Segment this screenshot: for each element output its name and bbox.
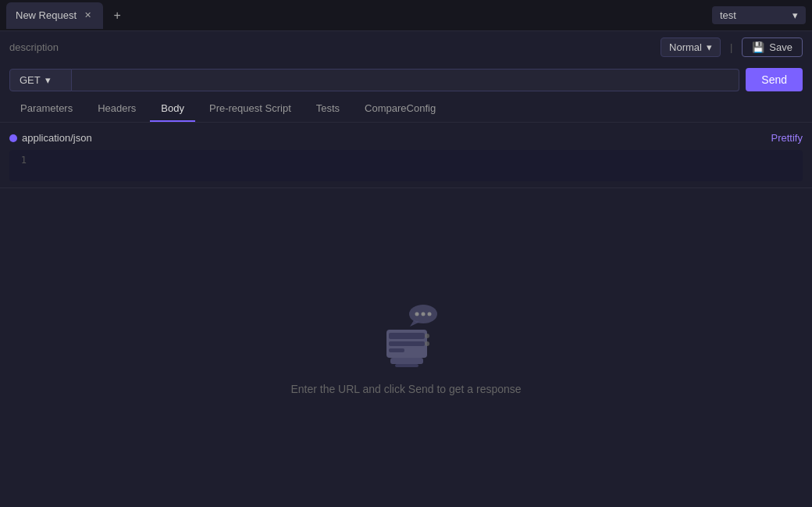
description-input[interactable] — [9, 41, 654, 53]
chevron-down-icon: ▾ — [707, 41, 712, 53]
svg-rect-6 — [389, 333, 425, 339]
svg-rect-9 — [390, 358, 423, 364]
normal-dropdown[interactable]: Normal ▾ — [661, 37, 721, 57]
main-content: Normal ▾ | 💾 Save GET ▾ Send Parameters … — [0, 31, 812, 507]
response-area: Enter the URL and click Send to get a re… — [259, 188, 552, 507]
request-bar: Normal ▾ | 💾 Save — [0, 31, 812, 63]
code-editor[interactable]: 1 — [9, 150, 803, 181]
svg-rect-7 — [389, 341, 425, 346]
content-type-bar: application/json Prettify — [9, 129, 803, 147]
nav-tabs: Parameters Headers Body Pre-request Scri… — [0, 96, 812, 123]
svg-point-12 — [425, 341, 429, 346]
svg-rect-10 — [395, 364, 418, 367]
tab-parameters[interactable]: Parameters — [9, 96, 84, 122]
content-type-label: application/json — [9, 132, 92, 144]
line-number-1: 1 — [16, 155, 27, 166]
body-section: application/json Prettify 1 — [0, 123, 812, 187]
svg-point-4 — [428, 312, 432, 316]
robot-illustration — [367, 300, 445, 370]
separator: | — [730, 41, 732, 53]
url-bar: GET ▾ Send — [0, 63, 812, 96]
method-label: GET — [20, 74, 41, 86]
tab-bar: New Request ✕ + test ▾ — [0, 0, 812, 31]
code-content[interactable] — [33, 150, 803, 181]
tab-search-value: test — [720, 9, 736, 21]
tab-close-icon[interactable]: ✕ — [81, 9, 94, 22]
lower-section: Enter the URL and click Send to get a re… — [0, 188, 812, 507]
chevron-down-icon: ▾ — [792, 9, 798, 21]
prettify-label: Prettify — [771, 132, 803, 144]
content-type-text: application/json — [22, 132, 92, 144]
svg-point-11 — [425, 334, 429, 338]
method-dropdown[interactable]: GET ▾ — [9, 69, 72, 91]
tab-new-request[interactable]: New Request ✕ — [6, 2, 103, 29]
send-button[interactable]: Send — [746, 68, 803, 91]
send-label: Send — [761, 73, 787, 86]
tab-headers[interactable]: Headers — [87, 96, 147, 122]
tab-tests[interactable]: Tests — [305, 96, 351, 122]
line-numbers: 1 — [9, 150, 33, 181]
normal-label: Normal — [669, 41, 702, 53]
url-input[interactable] — [72, 69, 739, 91]
method-chevron-icon: ▾ — [45, 74, 51, 86]
response-empty-text: Enter the URL and click Send to get a re… — [290, 383, 521, 395]
tab-add-button[interactable]: + — [106, 5, 128, 27]
prettify-button[interactable]: Prettify — [771, 132, 803, 144]
svg-point-3 — [422, 312, 426, 316]
svg-rect-8 — [389, 348, 404, 352]
save-label: Save — [769, 41, 792, 53]
tab-pre-request-script[interactable]: Pre-request Script — [198, 96, 302, 122]
dot-indicator — [9, 134, 17, 142]
tab-label: New Request — [16, 9, 77, 21]
save-button[interactable]: 💾 Save — [742, 37, 803, 57]
save-icon: 💾 — [752, 41, 764, 53]
svg-point-2 — [415, 312, 419, 316]
tab-search[interactable]: test ▾ — [712, 6, 806, 24]
tab-compareconfig[interactable]: CompareConfig — [354, 96, 447, 122]
tab-body[interactable]: Body — [150, 96, 195, 122]
